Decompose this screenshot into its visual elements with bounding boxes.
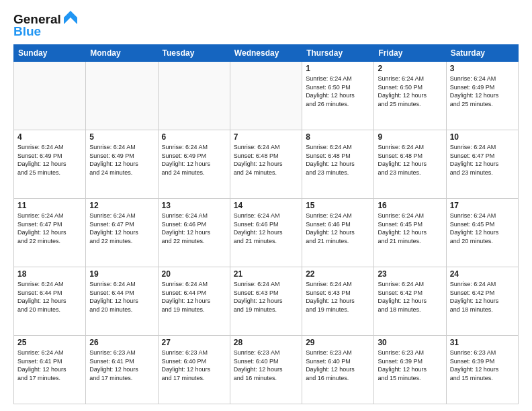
calendar-cell: 1Sunrise: 6:24 AM Sunset: 6:50 PM Daylig… — [302, 62, 374, 130]
day-info: Sunrise: 6:24 AM Sunset: 6:48 PM Dayligh… — [234, 143, 298, 177]
calendar-week-1: 4Sunrise: 6:24 AM Sunset: 6:49 PM Daylig… — [14, 130, 519, 199]
day-number: 30 — [378, 338, 442, 347]
day-number: 5 — [89, 132, 154, 142]
day-info: Sunrise: 6:24 AM Sunset: 6:47 PM Dayligh… — [89, 212, 154, 245]
svg-marker-0 — [64, 11, 77, 24]
day-number: 24 — [450, 269, 515, 279]
logo-blue-text: Blue — [13, 24, 41, 39]
day-info: Sunrise: 6:24 AM Sunset: 6:46 PM Dayligh… — [306, 212, 370, 245]
day-info: Sunrise: 6:24 AM Sunset: 6:49 PM Dayligh… — [89, 143, 154, 177]
calendar-cell: 9Sunrise: 6:24 AM Sunset: 6:48 PM Daylig… — [374, 130, 446, 199]
calendar-cell: 26Sunrise: 6:23 AM Sunset: 6:41 PM Dayli… — [86, 336, 158, 404]
page: General Blue SundayMondayTuesdayWednesda… — [0, 0, 532, 411]
day-number: 23 — [378, 269, 442, 279]
day-info: Sunrise: 6:24 AM Sunset: 6:45 PM Dayligh… — [450, 212, 515, 245]
day-info: Sunrise: 6:24 AM Sunset: 6:49 PM Dayligh… — [162, 143, 226, 177]
calendar-cell: 11Sunrise: 6:24 AM Sunset: 6:47 PM Dayli… — [14, 199, 86, 267]
calendar-header-monday: Monday — [86, 45, 158, 62]
calendar-cell: 21Sunrise: 6:24 AM Sunset: 6:43 PM Dayli… — [230, 267, 302, 336]
calendar-cell: 3Sunrise: 6:24 AM Sunset: 6:49 PM Daylig… — [446, 62, 518, 130]
calendar-week-3: 18Sunrise: 6:24 AM Sunset: 6:44 PM Dayli… — [14, 267, 519, 336]
calendar-cell: 28Sunrise: 6:23 AM Sunset: 6:40 PM Dayli… — [230, 336, 302, 404]
day-info: Sunrise: 6:24 AM Sunset: 6:42 PM Dayligh… — [450, 280, 515, 314]
day-info: Sunrise: 6:24 AM Sunset: 6:48 PM Dayligh… — [306, 143, 370, 177]
day-info: Sunrise: 6:23 AM Sunset: 6:39 PM Dayligh… — [450, 349, 515, 382]
calendar-cell: 30Sunrise: 6:23 AM Sunset: 6:39 PM Dayli… — [374, 336, 446, 404]
logo-text: General — [13, 13, 61, 26]
calendar-header-friday: Friday — [374, 45, 446, 62]
calendar-cell: 19Sunrise: 6:24 AM Sunset: 6:44 PM Dayli… — [86, 267, 158, 336]
day-info: Sunrise: 6:24 AM Sunset: 6:43 PM Dayligh… — [234, 280, 298, 314]
calendar-cell: 22Sunrise: 6:24 AM Sunset: 6:43 PM Dayli… — [302, 267, 374, 336]
day-info: Sunrise: 6:24 AM Sunset: 6:48 PM Dayligh… — [378, 143, 442, 177]
day-info: Sunrise: 6:24 AM Sunset: 6:49 PM Dayligh… — [17, 143, 82, 177]
day-number: 2 — [378, 64, 442, 73]
logo: General Blue — [13, 11, 77, 39]
day-number: 11 — [17, 201, 82, 210]
day-info: Sunrise: 6:24 AM Sunset: 6:45 PM Dayligh… — [378, 212, 442, 245]
day-number: 21 — [234, 269, 298, 279]
calendar-cell: 27Sunrise: 6:23 AM Sunset: 6:40 PM Dayli… — [158, 336, 230, 404]
day-number: 22 — [306, 269, 370, 279]
day-number: 27 — [162, 338, 226, 347]
day-number: 4 — [17, 132, 82, 142]
day-number: 19 — [89, 269, 154, 279]
header: General Blue — [13, 11, 519, 39]
calendar-header-row: SundayMondayTuesdayWednesdayThursdayFrid… — [14, 45, 519, 62]
calendar-table: SundayMondayTuesdayWednesdayThursdayFrid… — [13, 44, 519, 404]
calendar-cell: 29Sunrise: 6:23 AM Sunset: 6:40 PM Dayli… — [302, 336, 374, 404]
day-info: Sunrise: 6:23 AM Sunset: 6:40 PM Dayligh… — [234, 349, 298, 382]
day-number: 16 — [378, 201, 442, 210]
day-number: 29 — [306, 338, 370, 347]
calendar-cell: 8Sunrise: 6:24 AM Sunset: 6:48 PM Daylig… — [302, 130, 374, 199]
logo-triangle-icon — [64, 11, 77, 27]
calendar-header-tuesday: Tuesday — [158, 45, 230, 62]
calendar-cell: 25Sunrise: 6:24 AM Sunset: 6:41 PM Dayli… — [14, 336, 86, 404]
day-number: 7 — [234, 132, 298, 142]
day-number: 28 — [234, 338, 298, 347]
calendar-cell: 23Sunrise: 6:24 AM Sunset: 6:42 PM Dayli… — [374, 267, 446, 336]
calendar-cell: 31Sunrise: 6:23 AM Sunset: 6:39 PM Dayli… — [446, 336, 518, 404]
calendar-cell: 24Sunrise: 6:24 AM Sunset: 6:42 PM Dayli… — [446, 267, 518, 336]
day-number: 20 — [162, 269, 226, 279]
calendar-week-0: 1Sunrise: 6:24 AM Sunset: 6:50 PM Daylig… — [14, 62, 519, 130]
day-info: Sunrise: 6:24 AM Sunset: 6:47 PM Dayligh… — [17, 212, 82, 245]
day-info: Sunrise: 6:24 AM Sunset: 6:42 PM Dayligh… — [378, 280, 442, 314]
day-number: 10 — [450, 132, 515, 142]
day-number: 9 — [378, 132, 442, 142]
calendar-cell — [14, 62, 86, 130]
calendar-cell: 17Sunrise: 6:24 AM Sunset: 6:45 PM Dayli… — [446, 199, 518, 267]
day-number: 1 — [306, 64, 370, 73]
day-info: Sunrise: 6:24 AM Sunset: 6:44 PM Dayligh… — [162, 280, 226, 314]
day-number: 13 — [162, 201, 226, 210]
day-number: 3 — [450, 64, 515, 73]
day-info: Sunrise: 6:24 AM Sunset: 6:50 PM Dayligh… — [306, 75, 370, 108]
day-info: Sunrise: 6:24 AM Sunset: 6:41 PM Dayligh… — [17, 349, 82, 382]
calendar-cell: 16Sunrise: 6:24 AM Sunset: 6:45 PM Dayli… — [374, 199, 446, 267]
day-number: 14 — [234, 201, 298, 210]
calendar-cell: 20Sunrise: 6:24 AM Sunset: 6:44 PM Dayli… — [158, 267, 230, 336]
calendar-cell: 5Sunrise: 6:24 AM Sunset: 6:49 PM Daylig… — [86, 130, 158, 199]
day-number: 6 — [162, 132, 226, 142]
day-info: Sunrise: 6:24 AM Sunset: 6:46 PM Dayligh… — [234, 212, 298, 245]
calendar-header-saturday: Saturday — [446, 45, 518, 62]
calendar-cell — [158, 62, 230, 130]
day-info: Sunrise: 6:24 AM Sunset: 6:43 PM Dayligh… — [306, 280, 370, 314]
day-info: Sunrise: 6:23 AM Sunset: 6:41 PM Dayligh… — [89, 349, 154, 382]
day-number: 17 — [450, 201, 515, 210]
day-info: Sunrise: 6:24 AM Sunset: 6:44 PM Dayligh… — [89, 280, 154, 314]
calendar-cell — [86, 62, 158, 130]
calendar-cell: 13Sunrise: 6:24 AM Sunset: 6:46 PM Dayli… — [158, 199, 230, 267]
day-info: Sunrise: 6:24 AM Sunset: 6:44 PM Dayligh… — [17, 280, 82, 314]
day-number: 26 — [89, 338, 154, 347]
calendar-cell — [230, 62, 302, 130]
day-info: Sunrise: 6:23 AM Sunset: 6:39 PM Dayligh… — [378, 349, 442, 382]
calendar-cell: 10Sunrise: 6:24 AM Sunset: 6:47 PM Dayli… — [446, 130, 518, 199]
day-number: 12 — [89, 201, 154, 210]
day-number: 31 — [450, 338, 515, 347]
calendar-cell: 15Sunrise: 6:24 AM Sunset: 6:46 PM Dayli… — [302, 199, 374, 267]
calendar-week-4: 25Sunrise: 6:24 AM Sunset: 6:41 PM Dayli… — [14, 336, 519, 404]
calendar-header-thursday: Thursday — [302, 45, 374, 62]
day-number: 18 — [17, 269, 82, 279]
calendar-header-sunday: Sunday — [14, 45, 86, 62]
